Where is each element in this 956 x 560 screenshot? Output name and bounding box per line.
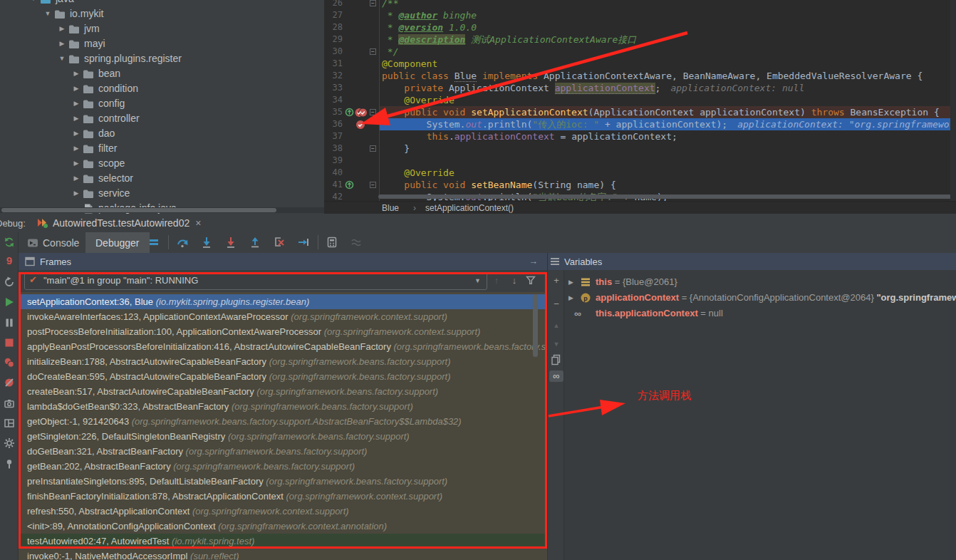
hide-panel-icon[interactable]: → [529,256,540,267]
code-line-34[interactable]: 34 @Override [324,94,956,106]
run-to-cursor-button[interactable] [298,237,309,248]
code-line-33[interactable]: 33 private ApplicationContext applicatio… [324,82,956,94]
tree-item-jvm[interactable]: ▶jvm [0,21,324,36]
breakpoint-icon[interactable] [355,120,365,130]
pin-tab-button[interactable] [4,458,15,470]
editor-vertical-scrollbar[interactable] [950,0,956,201]
fold-marker-icon[interactable]: − [370,48,376,55]
tree-item-scope[interactable]: ▶scope [0,156,324,171]
collapsed-arrow-icon[interactable]: ▶ [71,126,81,141]
tree-item-filter[interactable]: ▶filter [0,141,324,156]
tree-item-mayi[interactable]: ▶mayi [0,36,324,51]
tree-item-java[interactable]: ▼java [0,0,324,6]
stack-frame-row[interactable]: finishBeanFactoryInitialization:878, Abs… [19,489,547,504]
move-watch-up-button[interactable]: ▲ [551,320,562,331]
tree-item-bean[interactable]: ▶bean [0,66,324,81]
tree-item-dao[interactable]: ▶dao [0,126,324,141]
override-method-icon[interactable] [345,180,354,190]
code-line-38[interactable]: 38− } [324,142,956,155]
collapsed-arrow-icon[interactable]: ▶ [71,186,81,201]
stack-frame-row[interactable]: getSingleton:226, DefaultSingletonBeanRe… [19,429,547,444]
fold-marker-icon[interactable]: − [370,182,376,188]
stack-frame-row[interactable]: invoke0:-1, NativeMethodAccessorImpl (su… [19,549,547,560]
step-over-button[interactable] [177,237,188,248]
expanded-arrow-icon[interactable]: ▼ [28,0,38,6]
expanded-arrow-icon[interactable]: ▼ [43,6,53,21]
expand-arrow-icon[interactable]: ▶ [568,274,577,290]
code-line-41[interactable]: 41− public void setBeanName(String name)… [324,179,956,191]
collapsed-arrow-icon[interactable]: ▶ [71,141,81,156]
tree-item-spring.plugins.register[interactable]: ▼spring.plugins.register [0,51,324,66]
code-line-40[interactable]: 40 @Override [324,167,956,179]
collapsed-arrow-icon[interactable]: ▶ [57,36,67,51]
step-out-button[interactable] [249,237,261,248]
add-watch-button[interactable]: + [551,275,562,286]
variable-row-this.applicationContext[interactable]: ∞this.applicationContext = null [564,306,956,321]
stack-frame-row[interactable]: createBean:517, AbstractAutowireCapableB… [19,384,547,399]
debug-session-tab[interactable]: AutowiredTest.testAutowired02 × [37,214,202,232]
breakpoint-icon[interactable] [355,108,368,118]
stack-frame-row[interactable]: setApplicationContext:36, Blue (io.mykit… [19,294,547,309]
stack-frame-row[interactable]: testAutowired02:47, AutowiredTest (io.my… [19,534,547,549]
collapsed-arrow-icon[interactable]: ▶ [57,21,67,36]
collapsed-arrow-icon[interactable]: ▶ [71,156,81,171]
layout-settings-button[interactable] [4,418,15,429]
breadcrumb-method[interactable]: setApplicationContext() [425,202,514,214]
stack-frame-row[interactable]: invokeAwareInterfaces:123, ApplicationCo… [19,309,547,324]
tree-item-io.mykit[interactable]: ▼io.mykit [0,6,324,21]
code-line-39[interactable]: 39 [324,155,956,167]
frame-down-button[interactable]: ↓ [508,275,521,288]
variable-row-applicationContext[interactable]: ▶papplicationContext = {AnnotationConfig… [564,290,956,306]
stack-frame-row[interactable]: doCreateBean:595, AbstractAutowireCapabl… [19,369,547,384]
evaluate-expression-button[interactable] [326,237,338,248]
variable-row-this[interactable]: ▶this = {Blue@2061} [564,274,956,290]
expanded-arrow-icon[interactable]: ▼ [57,51,67,66]
override-method-icon[interactable] [345,108,354,117]
tree-item-selector[interactable]: ▶selector [0,171,324,186]
collapsed-arrow-icon[interactable]: ▶ [71,96,81,111]
thread-selector[interactable]: ✔ "main"@1 in group "main": RUNNING ▼ [24,272,487,290]
code-line-30[interactable]: 30− */ [324,46,956,58]
stack-frame-row[interactable]: refresh:550, AbstractApplicationContext … [19,504,547,519]
settings-gear-button[interactable] [4,437,15,449]
stack-frame-row[interactable]: preInstantiateSingletons:895, DefaultLis… [19,474,547,489]
close-icon[interactable]: × [194,217,202,229]
stop-button[interactable] [4,337,15,348]
code-line-31[interactable]: 31@Component [324,58,956,70]
force-step-into-button[interactable] [225,237,237,248]
collapsed-arrow-icon[interactable]: ▶ [71,171,81,186]
fold-marker-icon[interactable]: − [370,145,376,152]
tree-item-condition[interactable]: ▶condition [0,81,324,96]
resume-button[interactable] [4,296,15,308]
move-watch-down-button[interactable]: ▼ [551,338,562,350]
code-line-36[interactable]: 36 System.out.println("传入的ioc: " + appli… [324,118,956,130]
rerun-button[interactable] [4,237,15,248]
duplicate-watch-icon[interactable] [551,354,562,365]
code-line-29[interactable]: 29 * @description 测试ApplicationContextAw… [324,33,956,46]
frame-up-button[interactable]: ↑ [490,275,503,288]
view-breakpoints-button[interactable] [4,357,15,368]
tree-horizontal-scrollbar[interactable] [1,208,276,212]
frames-vertical-scrollbar[interactable] [533,294,538,357]
code-line-32[interactable]: 32public class Blue implements Applicati… [324,70,956,82]
mute-breakpoints-button[interactable] [4,377,15,388]
fold-marker-icon[interactable]: − [370,0,376,6]
stack-frame-row[interactable]: getObject:-1, 921420643 (org.springframe… [19,414,547,429]
fold-marker-icon[interactable]: − [370,109,376,115]
restart-button[interactable] [4,276,15,288]
code-line-27[interactable]: 27 * @author binghe [324,9,956,21]
tree-item-controller[interactable]: ▶controller [0,111,324,126]
drop-frame-button[interactable] [274,237,285,248]
code-line-37[interactable]: 37 this.applicationContext = application… [324,130,956,142]
code-editor[interactable]: 26−/**27 * @author binghe28 * @version 1… [324,0,956,201]
filter-frames-icon[interactable] [525,274,538,287]
stack-frame-row[interactable]: initializeBean:1788, AbstractAutowireCap… [19,354,547,369]
trace-streams-button[interactable] [350,237,362,248]
stack-frame-row[interactable]: <init>:89, AnnotationConfigApplicationCo… [19,519,547,534]
code-line-26[interactable]: 26−/** [324,0,956,9]
code-line-35[interactable]: 35− public void setApplicationContext(Ap… [324,106,956,118]
tab-debugger[interactable]: Debugger [85,232,150,253]
tree-item-service[interactable]: ▶service [0,186,324,201]
threads-view-icon[interactable] [148,237,160,248]
stack-frame-row[interactable]: getBean:202, AbstractBeanFactory (org.sp… [19,459,547,474]
